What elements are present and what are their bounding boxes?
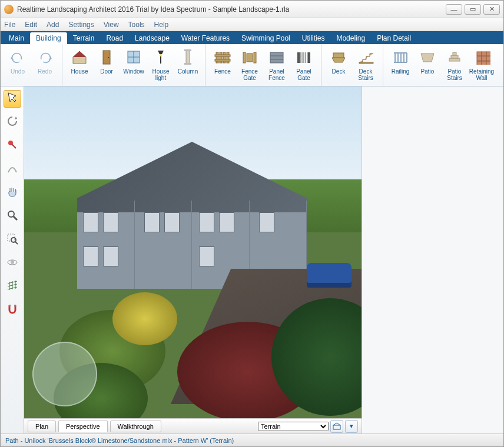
tab-building[interactable]: Building (30, 32, 67, 44)
svg-rect-7 (186, 51, 190, 64)
ribbon-lamp-button[interactable]: Houselight (147, 46, 174, 84)
svg-rect-19 (270, 52, 283, 63)
ribbon-fence-button[interactable]: Fence (209, 46, 236, 84)
status-text: Path - Unilock 'Brussels Block® Limeston… (5, 437, 234, 444)
fence-icon (213, 48, 232, 66)
lamp-icon (151, 48, 170, 66)
ribbon-fence-gate-button[interactable]: FenceGate (236, 46, 263, 84)
tool-zoom[interactable] (4, 208, 21, 225)
tab-water-features[interactable]: Water Features (175, 32, 236, 44)
ribbon-label: Door (100, 68, 113, 75)
svg-rect-61 (333, 425, 340, 429)
snap-icon (6, 303, 19, 318)
close-button[interactable]: ✕ (483, 4, 500, 15)
tool-rotate[interactable] (4, 114, 21, 131)
menubar: File Edit Add Settings View Tools Help (1, 18, 503, 31)
ribbon-patio-button[interactable]: Patio (414, 46, 441, 84)
menu-edit[interactable]: Edit (25, 21, 37, 29)
tool-snap[interactable] (4, 302, 21, 319)
tab-terrain[interactable]: Terrain (67, 32, 101, 44)
layer-dropdown-button[interactable]: ▾ (345, 420, 358, 433)
tab-modeling[interactable]: Modeling (330, 32, 371, 44)
ribbon-label: FenceGate (241, 68, 258, 81)
svg-rect-9 (184, 63, 191, 65)
ribbon-redo-button: Redo (31, 46, 58, 84)
ribbon-label: PatioStairs (447, 68, 462, 81)
3d-canvas[interactable] (24, 86, 362, 418)
tool-pan[interactable] (4, 184, 21, 202)
category-tabbar: MainBuildingTerrainRoadLandscapeWater Fe… (1, 31, 503, 44)
tool-zoom-region[interactable] (4, 231, 21, 249)
svg-rect-38 (451, 55, 458, 58)
menu-settings[interactable]: Settings (68, 21, 94, 29)
svg-line-56 (15, 242, 18, 244)
svg-rect-17 (254, 52, 256, 63)
ribbon-house-button[interactable]: House (66, 46, 93, 84)
redo-icon (35, 48, 54, 66)
ribbon-deck-stairs-button[interactable]: DeckStairs (352, 46, 379, 84)
svg-line-51 (12, 144, 16, 148)
ribbon-patio-stairs-button[interactable]: PatioStairs (441, 46, 468, 84)
patio-stairs-icon (445, 48, 464, 66)
shrub (112, 292, 177, 345)
maximize-button[interactable]: ▭ (465, 4, 481, 15)
menu-help[interactable]: Help (154, 21, 169, 29)
layer-select[interactable]: Terrain (258, 422, 329, 431)
tool-push-pin[interactable] (4, 137, 21, 155)
accessory-icon (499, 48, 503, 66)
ribbon-label: House (71, 68, 88, 75)
svg-rect-40 (477, 52, 482, 56)
ribbon-panel-gate-button[interactable]: PanelGate (290, 46, 317, 84)
ribbon-deck-button[interactable]: Deck (325, 46, 352, 84)
viewtab-plan[interactable]: Plan (28, 421, 56, 432)
ribbon-label: Undo (11, 68, 25, 75)
view-bar: Plan Perspective Walkthrough Terrain ▾ (24, 418, 362, 433)
tab-landscape[interactable]: Landscape (129, 32, 175, 44)
svg-rect-37 (449, 58, 460, 61)
svg-rect-39 (453, 52, 456, 55)
ribbon-column-button[interactable]: Column (174, 46, 201, 84)
ribbon-door-button[interactable]: Door (93, 46, 120, 84)
ribbon-panel-fence-button[interactable]: PanelFence (263, 46, 290, 84)
titlebar: Realtime Landscaping Architect 2016 Tria… (1, 1, 503, 18)
ribbon-label: PanelFence (268, 68, 285, 81)
view-compass[interactable] (32, 342, 97, 406)
tool-curve[interactable] (4, 161, 21, 178)
menu-view[interactable]: View (104, 21, 119, 29)
tab-plan-detail[interactable]: Plan Detail (371, 32, 417, 44)
grid-icon (6, 279, 19, 295)
deck-stairs-icon (356, 48, 375, 66)
pan-icon (6, 185, 19, 201)
ribbon-label: PanelGate (296, 68, 311, 81)
svg-rect-44 (482, 56, 486, 61)
ribbon-label: Deck (332, 68, 346, 75)
ribbon-accessory-button[interactable]: AccSt (495, 46, 503, 84)
ribbon-retaining-wall-button[interactable]: RetainingWall (468, 46, 495, 84)
menu-add[interactable]: Add (47, 21, 59, 29)
svg-rect-60 (14, 305, 16, 306)
orbit-icon (6, 256, 19, 271)
svg-rect-22 (297, 52, 300, 63)
svg-rect-0 (103, 51, 110, 64)
layer-options-button[interactable] (330, 420, 343, 433)
ribbon-label: Patio (421, 68, 435, 75)
tool-select[interactable] (4, 90, 21, 108)
viewtab-walkthrough[interactable]: Walkthrough (110, 421, 161, 432)
menu-file[interactable]: File (4, 21, 15, 29)
retaining-wall-icon (472, 48, 491, 66)
menu-tools[interactable]: Tools (128, 21, 145, 29)
tab-road[interactable]: Road (100, 32, 129, 44)
svg-point-6 (160, 54, 162, 56)
ribbon-window-button[interactable]: Window (120, 46, 147, 84)
minimize-button[interactable]: — (446, 4, 462, 15)
ribbon-railing-button[interactable]: Railing (387, 46, 414, 84)
tab-swimming-pool[interactable]: Swimming Pool (236, 32, 296, 44)
viewtab-perspective[interactable]: Perspective (58, 421, 107, 432)
ribbon-label: RetainingWall (469, 68, 494, 81)
zoom-region-icon (6, 232, 19, 248)
tool-orbit[interactable] (4, 255, 21, 272)
tool-grid[interactable] (4, 278, 21, 296)
tab-utilities[interactable]: Utilities (296, 32, 331, 44)
svg-point-52 (8, 211, 14, 217)
tab-main[interactable]: Main (3, 32, 30, 44)
